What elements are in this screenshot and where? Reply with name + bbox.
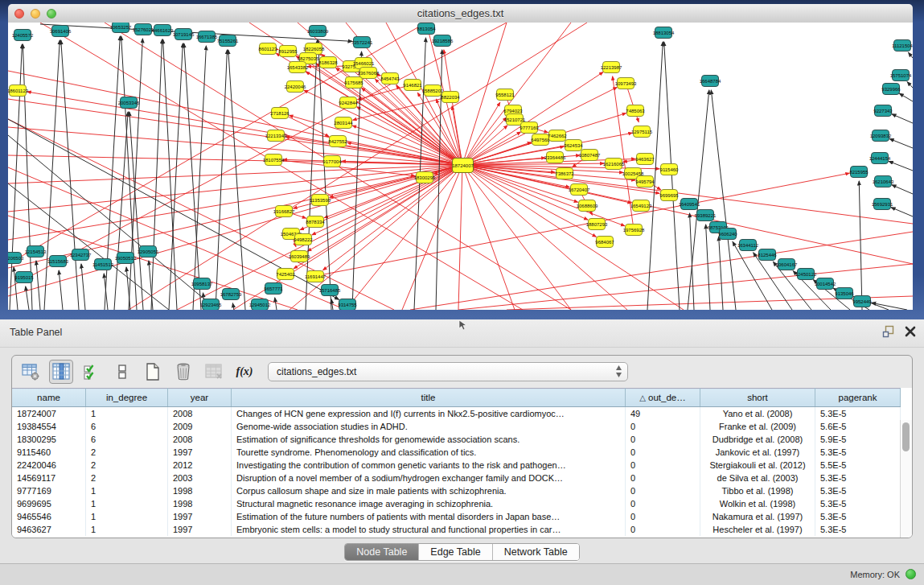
- table-cell[interactable]: Estimation of significance thresholds fo…: [232, 433, 626, 446]
- table-cell[interactable]: Disruption of a novel member of a sodium…: [232, 472, 626, 484]
- graph-node[interactable]: 10688609: [578, 200, 596, 212]
- graph-node[interactable]: 18813054: [655, 27, 672, 39]
- graph-node[interactable]: 12945012: [251, 299, 269, 310]
- graph-node[interactable]: 9606240: [719, 228, 737, 240]
- graph-node[interactable]: 2718126: [271, 107, 289, 119]
- graph-node[interactable]: 16033809: [309, 25, 326, 37]
- graph-node[interactable]: 10958137: [193, 278, 211, 290]
- graph-node[interactable]: 16216065: [605, 158, 622, 170]
- graph-node[interactable]: 18107554: [265, 154, 282, 166]
- graph-node[interactable]: 15276021: [134, 23, 152, 35]
- graph-node[interactable]: 7386372: [556, 167, 573, 179]
- graph-node[interactable]: 16210643: [874, 175, 892, 187]
- table-row[interactable]: 2242004622012Investigating the contribut…: [12, 459, 901, 472]
- table-cell[interactable]: 5.3E-5: [815, 407, 901, 421]
- graph-node[interactable]: 8125446: [758, 249, 776, 261]
- table-cell[interactable]: 9465546: [12, 510, 86, 523]
- table-cell[interactable]: 14569117: [12, 472, 86, 484]
- delete-table-icon[interactable]: [202, 360, 226, 384]
- graph-node[interactable]: 11353599: [311, 194, 329, 206]
- table-cell[interactable]: Embryonic stem cells: a model to study s…: [232, 523, 626, 536]
- table-cell[interactable]: 0: [626, 497, 700, 510]
- table-cell[interactable]: 1: [86, 497, 168, 510]
- table-cell[interactable]: 1: [86, 407, 168, 421]
- table-cell[interactable]: Yano et al. (2008): [700, 407, 815, 421]
- graph-hub-node[interactable]: 18724007: [452, 158, 474, 173]
- table-cell[interactable]: 0: [626, 510, 700, 523]
- table-cell[interactable]: Jankovic et al. (1997): [700, 446, 815, 459]
- float-window-icon[interactable]: [882, 325, 895, 338]
- table-cell[interactable]: 5.3E-5: [815, 484, 901, 497]
- graph-node[interactable]: 7425402: [277, 268, 294, 280]
- column-header-pagerank[interactable]: pagerank: [815, 389, 901, 407]
- table-cell[interactable]: 5.6E-5: [815, 420, 901, 433]
- table-cell[interactable]: Wolkin et al. (1998): [700, 497, 815, 510]
- graph-node[interactable]: 2803144: [335, 117, 352, 129]
- graph-node[interactable]: 11451513: [94, 258, 112, 270]
- table-cell[interactable]: Dudbridge et al. (2008): [700, 433, 815, 446]
- show-columns-icon[interactable]: [49, 360, 73, 384]
- graph-node[interactable]: 9115460: [660, 163, 678, 175]
- table-cell[interactable]: 0: [626, 420, 700, 433]
- table-cell[interactable]: 2: [86, 446, 168, 459]
- table-cell[interactable]: 2012: [168, 459, 232, 472]
- table-cell[interactable]: 19384554: [12, 420, 86, 433]
- table-row[interactable]: 946554611997Estimation of the future num…: [12, 510, 901, 523]
- column-header-short[interactable]: short: [700, 389, 815, 407]
- table-cell[interactable]: 2003: [168, 472, 232, 484]
- graph-node[interactable]: 16671385: [198, 31, 216, 43]
- function-builder-icon[interactable]: f(x): [232, 360, 257, 384]
- table-row[interactable]: 969969511998Structural magnetic resonanc…: [12, 497, 901, 510]
- graph-node[interactable]: 8912955: [279, 45, 297, 57]
- table-row[interactable]: 1938455462009Genome-wide association stu…: [12, 420, 901, 433]
- new-file-icon[interactable]: [141, 360, 165, 384]
- graph-node[interactable]: 8822034: [441, 91, 459, 103]
- table-cell[interactable]: 18300295: [12, 433, 86, 446]
- table-cell[interactable]: 9115460: [12, 446, 86, 459]
- table-cell[interactable]: 0: [626, 433, 700, 446]
- tab-network-table[interactable]: Network Table: [493, 544, 579, 560]
- table-cell[interactable]: 1998: [168, 484, 232, 497]
- select-all-icon[interactable]: [80, 360, 104, 384]
- graph-node[interactable]: 19218586: [433, 35, 451, 47]
- graph-node[interactable]: 10653257: [112, 23, 129, 33]
- graph-node[interactable]: 19050513: [117, 252, 134, 264]
- table-cell[interactable]: Genome-wide association studies in ADHD.: [232, 420, 626, 433]
- graph-node[interactable]: 9227343: [874, 105, 892, 117]
- table-cell[interactable]: 5.3E-5: [815, 446, 901, 459]
- memory-status-indicator[interactable]: [906, 569, 916, 579]
- table-cell[interactable]: 2: [86, 459, 168, 472]
- graph-node[interactable]: 23364486: [546, 151, 564, 163]
- table-cell[interactable]: 0: [626, 523, 700, 536]
- table-cell[interactable]: 1997: [168, 446, 232, 459]
- table-cell[interactable]: 1: [86, 523, 168, 536]
- graph-node[interactable]: 12444154: [871, 152, 889, 164]
- graph-node[interactable]: 18807293: [588, 218, 606, 230]
- graph-node[interactable]: 16344112: [739, 239, 757, 251]
- column-header-year[interactable]: year: [168, 389, 232, 407]
- column-header-title[interactable]: title: [232, 389, 626, 407]
- vertical-scrollbar[interactable]: [900, 420, 912, 538]
- graph-node[interactable]: 12342737: [72, 249, 89, 261]
- graph-node[interactable]: 9657771: [265, 282, 282, 295]
- table-settings-icon[interactable]: [18, 360, 43, 384]
- graph-node[interactable]: 9135046: [836, 287, 853, 299]
- graph-node[interactable]: 8813054: [417, 23, 435, 35]
- network-canvas[interactable]: 1240557230691406106532571527602164661623…: [8, 23, 913, 310]
- column-header-out-de-[interactable]: △out_de…: [626, 389, 700, 407]
- graph-node[interactable]: 11121504: [893, 39, 911, 51]
- graph-node[interactable]: 16648784: [701, 75, 719, 87]
- graph-node[interactable]: 8601123: [259, 43, 277, 55]
- graph-node[interactable]: 30691406: [51, 25, 69, 37]
- graph-node[interactable]: 3624534: [565, 139, 582, 151]
- column-header-in-degree[interactable]: in_degree: [86, 389, 168, 407]
- table-cell[interactable]: Tourette syndrome. Phenomenology and cla…: [232, 446, 626, 459]
- column-header-name[interactable]: name: [12, 389, 86, 407]
- graph-node[interactable]: 9498222: [294, 233, 312, 245]
- table-cell[interactable]: 2008: [168, 407, 232, 421]
- table-row[interactable]: 911546021997Tourette syndrome. Phenomeno…: [12, 446, 901, 459]
- graph-node[interactable]: 9495794: [636, 175, 654, 187]
- table-row[interactable]: 1456911722003Disruption of a novel membe…: [12, 472, 901, 484]
- graph-node[interactable]: 12975115: [633, 126, 651, 138]
- table-cell[interactable]: 22420046: [12, 459, 86, 472]
